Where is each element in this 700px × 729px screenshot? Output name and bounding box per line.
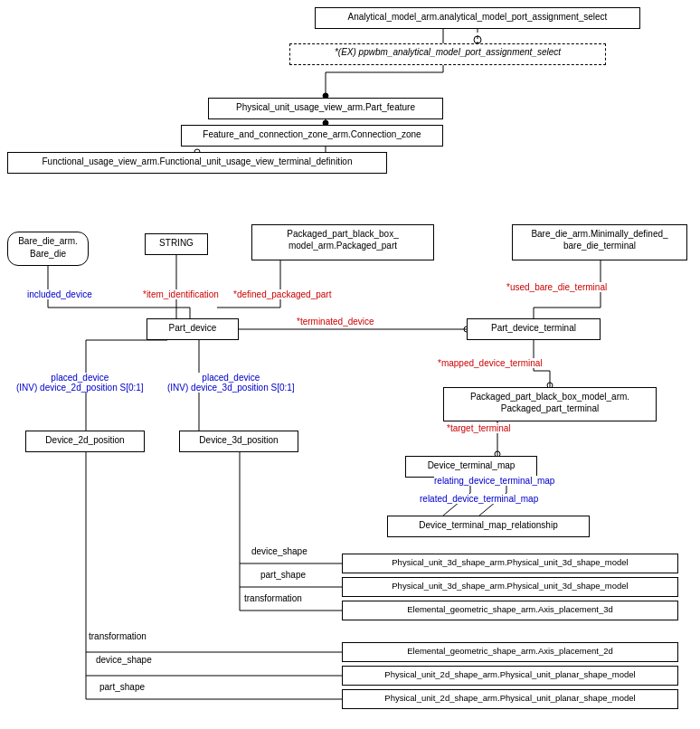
physical-unit-usage-box: Physical_unit_usage_view_arm.Part_featur… <box>208 98 443 119</box>
phy2d-2-box: Physical_unit_2d_shape_arm.Physical_unit… <box>342 689 678 709</box>
used-bare-die-terminal-label: *used_bare_die_terminal <box>506 282 607 292</box>
axis3d-box: Elemental_geometric_shape_arm.Axis_place… <box>342 601 678 620</box>
diagram-container: Analytical_model_arm.analytical_model_po… <box>0 0 700 729</box>
part-device-terminal-box: Part_device_terminal <box>467 318 601 340</box>
mapped-device-terminal-label: *mapped_device_terminal <box>438 358 543 368</box>
item-identification-label: *item_identification <box>143 289 219 299</box>
device-shape2-label: device_shape <box>96 655 152 665</box>
ppwbm-box: *(EX) ppwbm_analytical_model_port_assign… <box>289 43 606 65</box>
string-box: STRING <box>145 233 208 255</box>
relating-device-terminal-map-label: relating_device_terminal_map <box>434 476 554 486</box>
phy3d-1-box: Physical_unit_3d_shape_arm.Physical_unit… <box>342 554 678 573</box>
device-3d-position-box: Device_3d_position <box>179 431 298 452</box>
placed-device-3d-label: placed_device (INV) device_3d_position S… <box>167 373 295 393</box>
packaged-part-terminal-box: Packaged_part_black_box_model_arm. Packa… <box>443 387 657 421</box>
included-device-label: included_device <box>27 289 92 299</box>
transformation-label: transformation <box>244 593 302 603</box>
bare-die-minimally-box: Bare_die_arm.Minimally_defined_ bare_die… <box>512 224 687 260</box>
device-terminal-map-box: Device_terminal_map <box>405 456 537 478</box>
packaged-part-black-box: Packaged_part_black_box_ model_arm.Packa… <box>251 224 434 260</box>
part-shape2-label: part_shape <box>99 682 145 692</box>
functional-usage-box: Functional_usage_view_arm.Functional_uni… <box>7 152 387 174</box>
transformation2-label: transformation <box>89 631 147 641</box>
defined-packaged-part-label: *defined_packaged_part <box>233 289 331 299</box>
terminated-device-label: *terminated_device <box>297 317 374 327</box>
analytical-model-box: Analytical_model_arm.analytical_model_po… <box>315 7 640 29</box>
phy2d-1-box: Physical_unit_2d_shape_arm.Physical_unit… <box>342 666 678 686</box>
target-terminal-label: *target_terminal <box>447 423 511 433</box>
phy3d-2-box: Physical_unit_3d_shape_arm.Physical_unit… <box>342 577 678 597</box>
device-shape-label: device_shape <box>251 546 307 556</box>
part-device-box: Part_device <box>147 318 239 340</box>
axis2d-box: Elemental_geometric_shape_arm.Axis_place… <box>342 642 678 662</box>
device-terminal-map-relationship-box: Device_terminal_map_relationship <box>387 516 590 537</box>
part-shape-label: part_shape <box>260 570 306 580</box>
svg-point-1 <box>474 36 481 43</box>
related-device-terminal-map-label: related_device_terminal_map <box>420 494 538 504</box>
feature-connection-box: Feature_and_connection_zone_arm.Connecti… <box>181 125 443 147</box>
placed-device-2d-label: placed_device (INV) device_2d_position S… <box>16 373 144 393</box>
bare-die-box: Bare_die_arm. Bare_die <box>7 232 89 266</box>
device-2d-position-box: Device_2d_position <box>25 431 145 452</box>
